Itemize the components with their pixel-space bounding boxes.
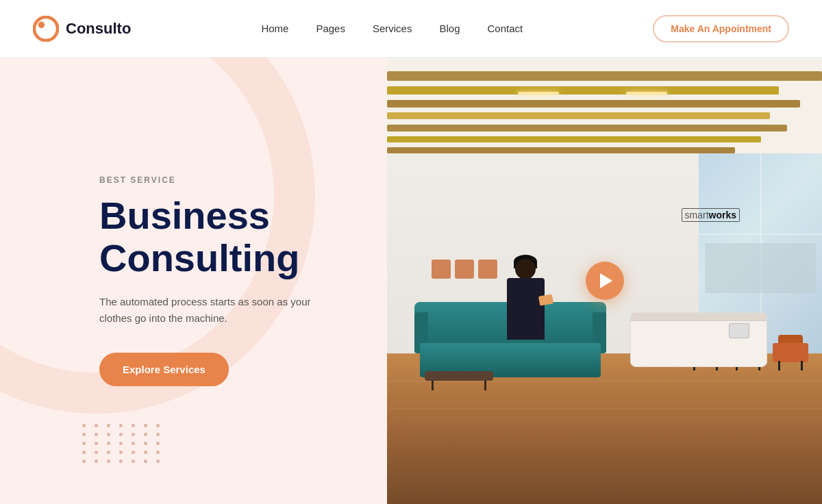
reception-desk [630,312,767,367]
logo[interactable]: Consulto [33,16,131,42]
office-brand: smartworks [682,208,740,222]
person-silhouette [507,278,545,340]
nav-item-pages[interactable]: Pages [316,23,345,35]
hero-left-panel: BEST SERVICE Business Consulting The aut… [0,58,387,504]
explore-services-button[interactable]: Explore Services [99,353,229,386]
nav-item-services[interactable]: Services [373,23,412,35]
nav-item-blog[interactable]: Blog [439,23,460,35]
coffee-table [425,371,493,381]
nav-item-home[interactable]: Home [261,23,288,35]
hero-section: BEST SERVICE Business Consulting The aut… [0,58,822,504]
logo-icon [33,16,59,42]
svg-point-1 [38,21,45,28]
brand-name: Consulto [66,20,131,38]
hero-title: Business Consulting [99,194,346,279]
appointment-button[interactable]: Make An Appointment [653,15,789,42]
background-chairs [432,260,497,279]
hero-subtitle: The automated process starts as soon as … [99,294,332,327]
nav-links: Home Pages Services Blog Contact [261,23,523,35]
office-image: smartworks [387,58,822,504]
play-icon [600,273,612,288]
hero-right-panel: smartworks [387,58,822,504]
svg-point-0 [34,16,58,40]
dot-grid-decoration [82,424,163,463]
play-button[interactable] [586,262,624,300]
hero-badge: BEST SERVICE [99,175,346,185]
navbar: Consulto Home Pages Services Blog Contac… [0,0,822,58]
nav-item-contact[interactable]: Contact [488,23,523,35]
